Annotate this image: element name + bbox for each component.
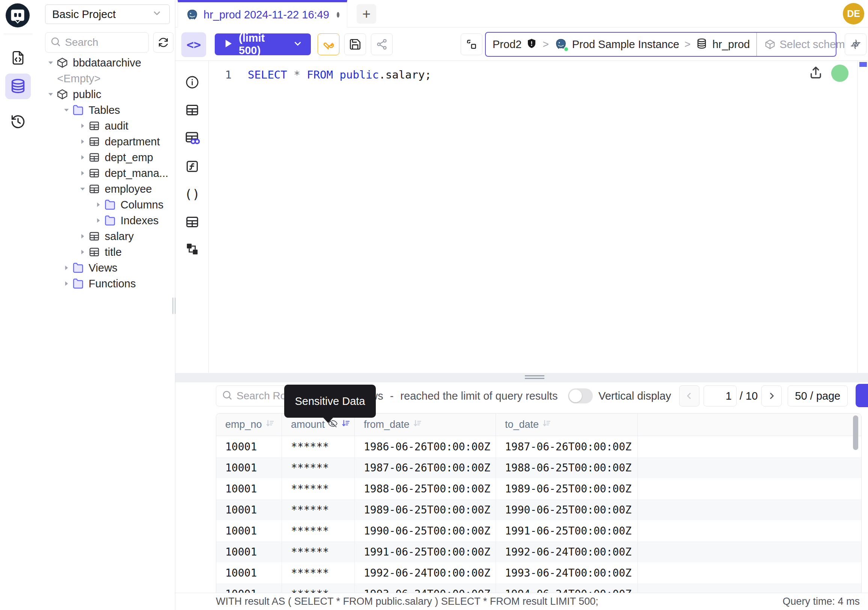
tree-item-functions[interactable]: Functions: [36, 276, 175, 292]
caret-right-icon[interactable]: [77, 122, 88, 130]
ai-assistant-button[interactable]: [845, 33, 866, 55]
table-cell[interactable]: 1992-06-24T00:00:00Z: [355, 562, 496, 583]
caret-right-icon[interactable]: [77, 138, 88, 146]
refresh-button[interactable]: [153, 32, 174, 53]
sidebar-search[interactable]: [45, 32, 149, 53]
schema-diagram-icon[interactable]: [184, 241, 201, 258]
connection-breadcrumb[interactable]: Prod2 > Prod Sample Instance > hr_prod S…: [485, 32, 837, 57]
bytebase-logo-icon[interactable]: [5, 3, 30, 28]
table-row[interactable]: 10001******1989-06-25T00:00:00Z1990-06-2…: [216, 499, 861, 520]
column-header-from_date[interactable]: from_date: [355, 414, 496, 436]
upload-icon[interactable]: [808, 65, 824, 82]
table-cell[interactable]: 10001: [216, 499, 282, 520]
caret-right-icon[interactable]: [77, 153, 88, 161]
caret-right-icon[interactable]: [61, 264, 72, 272]
export-button[interactable]: [856, 384, 868, 407]
column-header-emp_no[interactable]: emp_no: [216, 414, 282, 436]
sql-editor[interactable]: () 1 SELECT * FROM public.salary;: [175, 61, 868, 373]
caret-right-icon[interactable]: [77, 248, 88, 256]
table-cell[interactable]: ******: [282, 478, 355, 499]
tree-item-views[interactable]: Views: [36, 260, 175, 276]
table-cell[interactable]: [638, 499, 861, 520]
prev-page-button[interactable]: [679, 385, 699, 407]
table-cell[interactable]: 10001: [216, 562, 282, 583]
info-icon[interactable]: [184, 74, 201, 91]
tree-item-columns[interactable]: Columns: [36, 197, 175, 213]
parameters-icon[interactable]: (): [184, 186, 201, 203]
tree-item-dept-mana-[interactable]: dept_mana...: [36, 165, 175, 181]
sidebar-resize-handle[interactable]: [172, 298, 176, 314]
table-row[interactable]: 10001******1992-06-24T00:00:00Z1993-06-2…: [216, 562, 861, 583]
table-cell[interactable]: 10001: [216, 436, 282, 457]
tree-item-public[interactable]: public: [36, 86, 175, 102]
table-row[interactable]: 10001******1990-06-25T00:00:00Z1991-06-2…: [216, 520, 861, 541]
table-cell[interactable]: [638, 562, 861, 583]
table-cell[interactable]: 1990-06-25T00:00:00Z: [355, 520, 496, 541]
table-cell[interactable]: [638, 436, 861, 457]
database-panel-icon[interactable]: [5, 74, 31, 99]
code-mode-toggle[interactable]: <>: [181, 32, 206, 57]
table-cell[interactable]: ******: [282, 520, 355, 541]
table-cell[interactable]: [638, 478, 861, 499]
table-cell[interactable]: ******: [282, 457, 355, 478]
sort-icon[interactable]: [341, 418, 351, 431]
table-row[interactable]: 10001******1988-06-25T00:00:00Z1989-06-2…: [216, 478, 861, 499]
table-cell[interactable]: 1991-06-25T00:00:00Z: [355, 541, 496, 562]
sidebar-search-input[interactable]: [65, 36, 136, 48]
table-cell[interactable]: 1991-06-25T00:00:00Z: [496, 520, 638, 541]
table-cell[interactable]: 10001: [216, 478, 282, 499]
table-cell[interactable]: ******: [282, 541, 355, 562]
column-header-to_date[interactable]: to_date: [496, 414, 638, 436]
page-size-select[interactable]: 50 / page: [787, 385, 848, 407]
table-cell[interactable]: ******: [282, 436, 355, 457]
table-cell[interactable]: 10001: [216, 541, 282, 562]
sensitive-table-icon[interactable]: [184, 129, 201, 146]
save-button[interactable]: [344, 33, 366, 55]
table-cell[interactable]: 10001: [216, 457, 282, 478]
table-row[interactable]: 10001******1986-06-26T00:00:00Z1987-06-2…: [216, 436, 861, 457]
table-cell[interactable]: 1993-06-24T00:00:00Z: [496, 562, 638, 583]
admin-wrench-button[interactable]: [318, 33, 339, 55]
next-page-button[interactable]: [761, 385, 782, 407]
table-cell[interactable]: 1986-06-26T00:00:00Z: [355, 436, 496, 457]
sort-icon[interactable]: [265, 418, 275, 431]
tree-item-indexes[interactable]: Indexes: [36, 213, 175, 228]
caret-right-icon[interactable]: [61, 279, 72, 288]
table-cell[interactable]: [638, 520, 861, 541]
table-cell[interactable]: 1992-06-24T00:00:00Z: [496, 541, 638, 562]
connection-icon-button[interactable]: [461, 33, 482, 55]
table-cell[interactable]: 1987-06-26T00:00:00Z: [496, 436, 638, 457]
table-scrollbar-thumb[interactable]: [853, 416, 858, 450]
caret-down-icon[interactable]: [61, 106, 72, 114]
caret-down-icon[interactable]: [45, 90, 56, 98]
run-query-button[interactable]: (limit 500): [215, 33, 311, 55]
run-options-chevron-icon[interactable]: [292, 38, 303, 51]
tree-item-department[interactable]: department: [36, 134, 175, 149]
table-row[interactable]: 10001******1987-06-26T00:00:00Z1988-06-2…: [216, 457, 861, 478]
tree-item-employee[interactable]: employee: [36, 181, 175, 197]
table-cell[interactable]: 1990-06-25T00:00:00Z: [496, 499, 638, 520]
vertical-display-toggle[interactable]: [568, 388, 593, 404]
caret-down-icon[interactable]: [77, 185, 88, 193]
caret-right-icon[interactable]: [77, 232, 88, 241]
table-cell[interactable]: ******: [282, 499, 355, 520]
table-cell[interactable]: 1988-06-25T00:00:00Z: [496, 457, 638, 478]
table-cell[interactable]: [638, 541, 861, 562]
function-icon[interactable]: [184, 158, 201, 175]
table-cell[interactable]: 1989-06-25T00:00:00Z: [355, 499, 496, 520]
panel-resize-handle[interactable]: [175, 373, 868, 382]
add-tab-button[interactable]: +: [356, 4, 376, 24]
table-grid-icon[interactable]: [184, 213, 201, 231]
tree-item-audit[interactable]: audit: [36, 118, 175, 134]
tree-item-salary[interactable]: salary: [36, 228, 175, 244]
sql-code-line[interactable]: SELECT * FROM public.salary;: [248, 68, 431, 81]
project-select[interactable]: Basic Project: [45, 5, 170, 24]
user-avatar[interactable]: DE: [843, 3, 864, 25]
select-schema-button[interactable]: Select schema: [756, 33, 858, 56]
tree-item-tables[interactable]: Tables: [36, 102, 175, 118]
tree-item-dept-emp[interactable]: dept_emp: [36, 149, 175, 165]
history-icon[interactable]: [5, 109, 31, 135]
table-cell[interactable]: 1989-06-25T00:00:00Z: [496, 478, 638, 499]
table-cell[interactable]: 1987-06-26T00:00:00Z: [355, 457, 496, 478]
caret-right-icon[interactable]: [77, 169, 88, 177]
